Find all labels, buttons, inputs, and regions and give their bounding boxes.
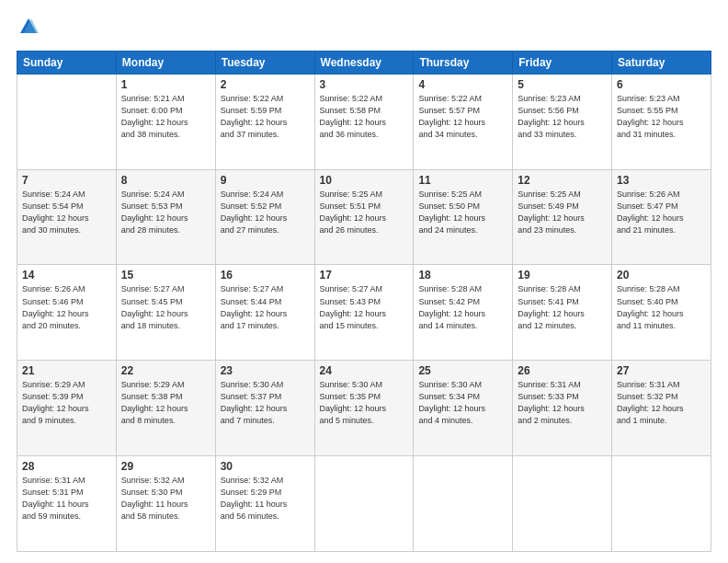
logo [17, 17, 39, 41]
day-number: 4 [418, 78, 507, 91]
day-cell: 2Sunrise: 5:22 AM Sunset: 5:59 PM Daylig… [215, 74, 314, 169]
day-cell [314, 456, 414, 552]
day-number: 21 [22, 364, 111, 377]
day-info: Sunrise: 5:24 AM Sunset: 5:53 PM Dayligh… [121, 189, 210, 236]
day-info: Sunrise: 5:21 AM Sunset: 6:00 PM Dayligh… [121, 93, 210, 141]
day-cell: 28Sunrise: 5:31 AM Sunset: 5:31 PM Dayli… [17, 456, 117, 552]
day-number: 2 [221, 78, 310, 91]
day-cell: 5Sunrise: 5:23 AM Sunset: 5:56 PM Daylig… [513, 74, 612, 169]
day-number: 25 [418, 364, 507, 377]
day-cell: 11Sunrise: 5:25 AM Sunset: 5:50 PM Dayli… [414, 169, 513, 265]
day-info: Sunrise: 5:30 AM Sunset: 5:37 PM Dayligh… [221, 379, 310, 427]
header [17, 17, 711, 41]
day-cell: 19Sunrise: 5:28 AM Sunset: 5:41 PM Dayli… [513, 265, 612, 361]
page: SundayMondayTuesdayWednesdayThursdayFrid… [0, 0, 728, 563]
day-info: Sunrise: 5:30 AM Sunset: 5:35 PM Dayligh… [320, 379, 409, 427]
day-info: Sunrise: 5:25 AM Sunset: 5:50 PM Dayligh… [418, 189, 507, 236]
day-number: 10 [320, 174, 409, 187]
day-cell: 12Sunrise: 5:25 AM Sunset: 5:49 PM Dayli… [513, 169, 612, 265]
day-cell: 18Sunrise: 5:28 AM Sunset: 5:42 PM Dayli… [414, 265, 513, 361]
day-number: 26 [518, 364, 607, 377]
day-cell: 30Sunrise: 5:32 AM Sunset: 5:29 PM Dayli… [215, 456, 314, 552]
day-info: Sunrise: 5:31 AM Sunset: 5:33 PM Dayligh… [518, 379, 607, 427]
day-number: 7 [22, 174, 111, 187]
day-number: 15 [121, 269, 210, 282]
col-header-monday: Monday [116, 51, 215, 74]
day-info: Sunrise: 5:26 AM Sunset: 5:46 PM Dayligh… [22, 283, 111, 331]
day-info: Sunrise: 5:25 AM Sunset: 5:49 PM Dayligh… [518, 189, 607, 236]
day-info: Sunrise: 5:26 AM Sunset: 5:47 PM Dayligh… [617, 189, 706, 236]
day-number: 3 [320, 78, 409, 91]
day-cell: 17Sunrise: 5:27 AM Sunset: 5:43 PM Dayli… [314, 265, 414, 361]
day-cell: 21Sunrise: 5:29 AM Sunset: 5:39 PM Dayli… [17, 361, 117, 456]
day-info: Sunrise: 5:30 AM Sunset: 5:34 PM Dayligh… [418, 379, 507, 427]
logo-text [17, 17, 39, 41]
col-header-wednesday: Wednesday [314, 51, 414, 74]
day-cell: 6Sunrise: 5:23 AM Sunset: 5:55 PM Daylig… [612, 74, 711, 169]
week-row-1: 7Sunrise: 5:24 AM Sunset: 5:54 PM Daylig… [17, 169, 711, 265]
day-number: 6 [617, 78, 706, 91]
day-number: 14 [22, 269, 111, 282]
day-cell [414, 456, 513, 552]
day-info: Sunrise: 5:25 AM Sunset: 5:51 PM Dayligh… [320, 189, 409, 236]
header-row: SundayMondayTuesdayWednesdayThursdayFrid… [17, 51, 711, 74]
day-cell: 13Sunrise: 5:26 AM Sunset: 5:47 PM Dayli… [612, 169, 711, 265]
day-number: 9 [221, 174, 310, 187]
day-cell: 8Sunrise: 5:24 AM Sunset: 5:53 PM Daylig… [116, 169, 215, 265]
day-cell: 24Sunrise: 5:30 AM Sunset: 5:35 PM Dayli… [314, 361, 414, 456]
day-number: 13 [617, 174, 706, 187]
day-info: Sunrise: 5:32 AM Sunset: 5:29 PM Dayligh… [221, 475, 310, 523]
day-info: Sunrise: 5:27 AM Sunset: 5:43 PM Dayligh… [320, 283, 409, 331]
calendar-table: SundayMondayTuesdayWednesdayThursdayFrid… [17, 51, 711, 552]
day-info: Sunrise: 5:28 AM Sunset: 5:42 PM Dayligh… [418, 283, 507, 331]
day-number: 29 [121, 460, 210, 473]
day-cell: 16Sunrise: 5:27 AM Sunset: 5:44 PM Dayli… [215, 265, 314, 361]
day-info: Sunrise: 5:29 AM Sunset: 5:38 PM Dayligh… [121, 379, 210, 427]
day-cell [17, 74, 117, 169]
day-info: Sunrise: 5:23 AM Sunset: 5:55 PM Dayligh… [617, 93, 706, 141]
col-header-tuesday: Tuesday [215, 51, 314, 74]
day-cell: 29Sunrise: 5:32 AM Sunset: 5:30 PM Dayli… [116, 456, 215, 552]
logo-icon [18, 17, 39, 37]
day-cell: 4Sunrise: 5:22 AM Sunset: 5:57 PM Daylig… [414, 74, 513, 169]
day-cell: 26Sunrise: 5:31 AM Sunset: 5:33 PM Dayli… [513, 361, 612, 456]
week-row-4: 28Sunrise: 5:31 AM Sunset: 5:31 PM Dayli… [17, 456, 711, 552]
day-number: 12 [518, 174, 607, 187]
day-number: 22 [121, 364, 210, 377]
week-row-0: 1Sunrise: 5:21 AM Sunset: 6:00 PM Daylig… [17, 74, 711, 169]
day-info: Sunrise: 5:28 AM Sunset: 5:40 PM Dayligh… [617, 283, 706, 331]
day-cell [612, 456, 711, 552]
day-number: 16 [221, 269, 310, 282]
day-info: Sunrise: 5:31 AM Sunset: 5:32 PM Dayligh… [617, 379, 706, 427]
day-cell: 10Sunrise: 5:25 AM Sunset: 5:51 PM Dayli… [314, 169, 414, 265]
day-cell: 1Sunrise: 5:21 AM Sunset: 6:00 PM Daylig… [116, 74, 215, 169]
day-number: 17 [320, 269, 409, 282]
col-header-thursday: Thursday [414, 51, 513, 74]
day-cell: 15Sunrise: 5:27 AM Sunset: 5:45 PM Dayli… [116, 265, 215, 361]
day-number: 20 [617, 269, 706, 282]
day-info: Sunrise: 5:29 AM Sunset: 5:39 PM Dayligh… [22, 379, 111, 427]
day-info: Sunrise: 5:28 AM Sunset: 5:41 PM Dayligh… [518, 283, 607, 331]
day-info: Sunrise: 5:23 AM Sunset: 5:56 PM Dayligh… [518, 93, 607, 141]
day-number: 28 [22, 460, 111, 473]
day-info: Sunrise: 5:24 AM Sunset: 5:52 PM Dayligh… [221, 189, 310, 236]
col-header-friday: Friday [513, 51, 612, 74]
day-info: Sunrise: 5:22 AM Sunset: 5:59 PM Dayligh… [221, 93, 310, 141]
day-number: 24 [320, 364, 409, 377]
day-cell: 25Sunrise: 5:30 AM Sunset: 5:34 PM Dayli… [414, 361, 513, 456]
day-info: Sunrise: 5:31 AM Sunset: 5:31 PM Dayligh… [22, 475, 111, 523]
week-row-3: 21Sunrise: 5:29 AM Sunset: 5:39 PM Dayli… [17, 361, 711, 456]
day-number: 18 [418, 269, 507, 282]
col-header-sunday: Sunday [17, 51, 117, 74]
day-number: 8 [121, 174, 210, 187]
week-row-2: 14Sunrise: 5:26 AM Sunset: 5:46 PM Dayli… [17, 265, 711, 361]
day-info: Sunrise: 5:32 AM Sunset: 5:30 PM Dayligh… [121, 475, 210, 523]
day-info: Sunrise: 5:22 AM Sunset: 5:58 PM Dayligh… [320, 93, 409, 141]
day-cell: 27Sunrise: 5:31 AM Sunset: 5:32 PM Dayli… [612, 361, 711, 456]
day-cell [513, 456, 612, 552]
day-number: 23 [221, 364, 310, 377]
day-number: 19 [518, 269, 607, 282]
day-cell: 9Sunrise: 5:24 AM Sunset: 5:52 PM Daylig… [215, 169, 314, 265]
day-info: Sunrise: 5:27 AM Sunset: 5:45 PM Dayligh… [121, 283, 210, 331]
col-header-saturday: Saturday [612, 51, 711, 74]
